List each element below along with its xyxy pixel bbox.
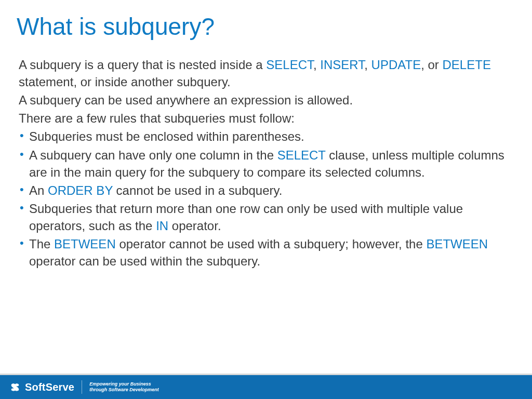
text: A subquery can have only one column in t… <box>29 148 277 162</box>
slide-title: What is subquery? <box>0 0 532 41</box>
text: operator. <box>168 219 221 233</box>
keyword-orderby: ORDER BY <box>48 183 113 197</box>
text: cannot be used in a subquery. <box>113 183 282 197</box>
tagline-line-2: through Software Development <box>89 387 159 393</box>
tagline-line-1: Empowering your Business <box>89 381 159 387</box>
brand-name: SoftServe <box>25 381 74 393</box>
intro-paragraph-1: A subquery is a query that is nested ins… <box>19 56 513 90</box>
list-item: A subquery can have only one column in t… <box>19 147 513 181</box>
text: , <box>313 58 320 72</box>
text: Subqueries must be enclosed within paren… <box>29 129 304 143</box>
keyword-select: SELECT <box>266 58 313 72</box>
text: statement, or inside another subquery. <box>19 75 231 89</box>
text: operator cannot be used with a subquery;… <box>116 237 427 251</box>
softserve-icon <box>9 381 21 393</box>
text: An <box>29 183 48 197</box>
brand-tagline: Empowering your Business through Softwar… <box>89 381 159 393</box>
keyword-delete: DELETE <box>443 58 491 72</box>
intro-paragraph-2: A subquery can be used anywhere an expre… <box>19 91 513 109</box>
intro-paragraph-3: There are a few rules that subqueries mu… <box>19 110 513 127</box>
keyword-between: BETWEEN <box>426 237 488 251</box>
text: , or <box>421 58 442 72</box>
list-item: An ORDER BY cannot be used in a subquery… <box>19 182 513 199</box>
text: Subqueries that return more than one row… <box>29 202 463 233</box>
text: The <box>29 237 54 251</box>
keyword-select: SELECT <box>277 148 326 162</box>
keyword-update: UPDATE <box>371 58 421 72</box>
footer-bar: SoftServe Empowering your Business throu… <box>0 375 532 399</box>
slide-body: A subquery is a query that is nested ins… <box>0 41 532 270</box>
keyword-in: IN <box>156 219 168 233</box>
text: , <box>364 58 371 72</box>
keyword-between: BETWEEN <box>54 237 116 251</box>
text: A subquery is a query that is nested ins… <box>19 58 266 72</box>
keyword-insert: INSERT <box>320 58 364 72</box>
slide: What is subquery? A subquery is a query … <box>0 0 532 399</box>
footer-vertical-divider <box>82 380 82 394</box>
brand-logo: SoftServe <box>9 381 74 393</box>
list-item: The BETWEEN operator cannot be used with… <box>19 235 513 270</box>
bullet-list: Subqueries must be enclosed within paren… <box>19 128 513 270</box>
list-item: Subqueries that return more than one row… <box>19 200 513 234</box>
list-item: Subqueries must be enclosed within paren… <box>19 128 513 145</box>
text: operator can be used within the subquery… <box>29 254 260 268</box>
